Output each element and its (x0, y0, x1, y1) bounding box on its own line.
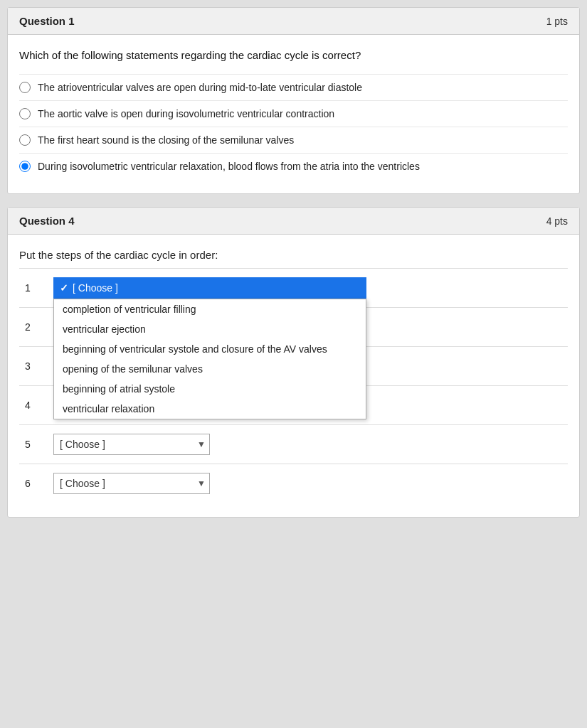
option-2-radio[interactable] (19, 108, 31, 119)
question-1-text: Which of the following statements regard… (19, 49, 568, 61)
dropdown-menu: completion of ventricular filling ventri… (53, 299, 366, 419)
option-2-label: The aortic valve is open during isovolum… (38, 108, 334, 119)
menu-item-3[interactable]: beginning of ventricular systole and clo… (54, 339, 366, 359)
row-1-num: 1 (19, 269, 48, 308)
select-wrapper-5: [ Choose ] ▼ (53, 434, 210, 455)
option-4-radio[interactable] (19, 161, 31, 172)
option-1-radio[interactable] (19, 82, 31, 93)
option-3-radio[interactable] (19, 134, 31, 146)
menu-item-2[interactable]: ventricular ejection (54, 319, 366, 339)
menu-item-6[interactable]: ventricular relaxation (54, 399, 366, 419)
row-5-cell: [ Choose ] ▼ (48, 425, 568, 464)
menu-item-1[interactable]: completion of ventricular filling (54, 299, 366, 319)
question-1-pts: 1 pts (546, 16, 568, 27)
question-1-body: Which of the following statements regard… (8, 35, 579, 193)
question-1-header: Question 1 1 pts (8, 8, 579, 35)
question-4-text: Put the steps of the cardiac cycle in or… (19, 249, 568, 261)
table-row-1: 1 ✓ [ Choose ] completion of ventricular… (19, 269, 568, 308)
row-6-cell: [ Choose ] ▼ (48, 464, 568, 503)
question-4-title: Question 4 (19, 215, 75, 227)
table-row-5: 5 [ Choose ] ▼ (19, 425, 568, 464)
option-3[interactable]: The first heart sound is the closing of … (19, 127, 568, 153)
option-3-label: The first heart sound is the closing of … (38, 134, 294, 146)
menu-item-4[interactable]: opening of the semilunar valves (54, 359, 366, 379)
dropdown-selected-label: [ Choose ] (73, 282, 118, 294)
row-5-num: 5 (19, 425, 48, 464)
ordering-table: 1 ✓ [ Choose ] completion of ventricular… (19, 268, 568, 503)
dropdown-open-container: ✓ [ Choose ] completion of ventricular f… (53, 277, 562, 299)
option-4[interactable]: During isovolumetric ventricular relaxat… (19, 153, 568, 179)
question-1-title: Question 1 (19, 15, 75, 27)
row-4-num: 4 (19, 386, 48, 425)
option-1[interactable]: The atrioventricular valves are open dur… (19, 74, 568, 100)
question-4-pts: 4 pts (546, 215, 568, 227)
question-4-block: Question 4 4 pts Put the steps of the ca… (7, 207, 580, 518)
option-2[interactable]: The aortic valve is open during isovolum… (19, 100, 568, 127)
dropdown-trigger-1[interactable]: ✓ [ Choose ] (53, 277, 366, 299)
menu-item-5[interactable]: beginning of atrial systole (54, 379, 366, 399)
table-row-6: 6 [ Choose ] ▼ (19, 464, 568, 503)
checkmark-icon: ✓ (60, 282, 68, 294)
row-3-num: 3 (19, 347, 48, 386)
row-2-num: 2 (19, 308, 48, 347)
question-4-header: Question 4 4 pts (8, 208, 579, 235)
question-4-body: Put the steps of the cardiac cycle in or… (8, 235, 579, 517)
option-4-label: During isovolumetric ventricular relaxat… (38, 161, 420, 172)
select-wrapper-6: [ Choose ] ▼ (53, 473, 210, 494)
row-1-cell: ✓ [ Choose ] completion of ventricular f… (48, 269, 568, 308)
select-5[interactable]: [ Choose ] (53, 434, 210, 455)
select-6[interactable]: [ Choose ] (53, 473, 210, 494)
row-6-num: 6 (19, 464, 48, 503)
question-1-block: Question 1 1 pts Which of the following … (7, 7, 580, 194)
option-1-label: The atrioventricular valves are open dur… (38, 82, 362, 93)
question-1-options: The atrioventricular valves are open dur… (19, 74, 568, 179)
